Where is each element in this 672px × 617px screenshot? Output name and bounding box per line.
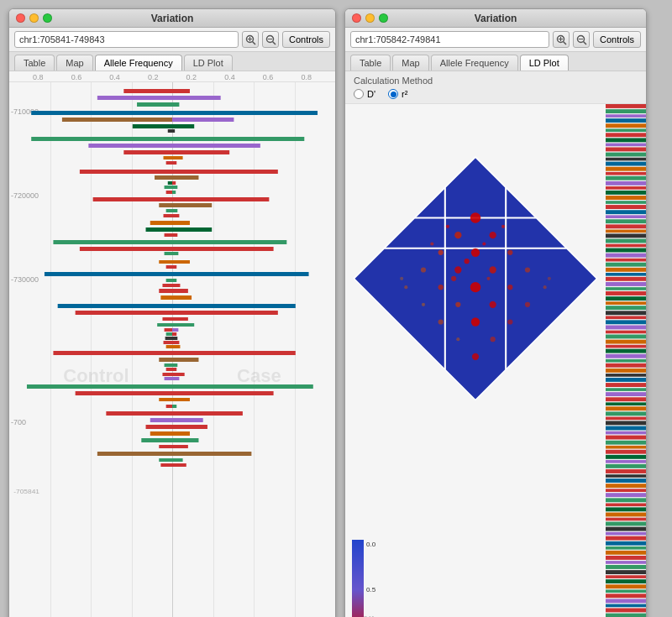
location-field-a[interactable] (14, 31, 239, 48)
window-title-a: Variation (151, 13, 194, 24)
svg-rect-89 (164, 341, 172, 344)
tabs-b: Table Map Allele Frequency LD Plot (345, 52, 646, 71)
svg-text:0.0: 0.0 (366, 541, 376, 548)
svg-rect-33 (155, 175, 172, 180)
svg-point-176 (451, 276, 456, 281)
svg-rect-284 (606, 575, 646, 578)
radio-dprime[interactable]: D' (354, 89, 375, 99)
maximize-button-b[interactable] (379, 13, 388, 23)
svg-point-156 (438, 285, 444, 290)
svg-rect-269 (606, 503, 646, 506)
svg-rect-182 (352, 540, 364, 617)
tab-table-b[interactable]: Table (350, 55, 391, 71)
svg-rect-226 (606, 296, 646, 301)
svg-rect-7 (123, 89, 172, 93)
svg-rect-249 (606, 406, 646, 410)
tab-ld-plot-a[interactable]: LD Plot (184, 55, 233, 71)
svg-rect-115 (150, 418, 172, 422)
panel-a: Variation Controls Table Map Allele Freq… (8, 8, 336, 617)
close-button-a[interactable] (16, 13, 25, 23)
minimize-button-b[interactable] (365, 13, 375, 23)
svg-point-167 (456, 337, 459, 341)
svg-text:0.5: 0.5 (366, 586, 376, 593)
zoom-out-b[interactable] (573, 31, 590, 48)
svg-rect-277 (606, 541, 646, 546)
svg-rect-32 (172, 170, 278, 174)
svg-rect-239 (606, 359, 646, 363)
svg-point-169 (472, 353, 479, 360)
svg-rect-11 (137, 102, 172, 107)
svg-rect-270 (606, 507, 646, 511)
svg-rect-274 (606, 527, 646, 531)
svg-rect-105 (27, 384, 172, 389)
close-button-b[interactable] (352, 13, 361, 23)
svg-rect-212 (606, 230, 646, 233)
radio-rsquared[interactable]: r² (388, 89, 407, 99)
svg-rect-100 (172, 368, 176, 371)
minimize-button-a[interactable] (29, 13, 39, 23)
svg-rect-267 (606, 493, 646, 497)
svg-rect-23 (88, 144, 172, 148)
svg-point-163 (525, 302, 530, 307)
tab-allele-freq-a[interactable]: Allele Frequency (95, 55, 182, 71)
svg-rect-97 (165, 363, 172, 367)
svg-rect-58 (172, 247, 274, 251)
tab-map-b[interactable]: Map (392, 55, 428, 71)
svg-rect-218 (606, 259, 646, 262)
zoom-in-a[interactable] (242, 31, 259, 48)
svg-point-153 (490, 266, 496, 273)
svg-rect-96 (172, 358, 198, 362)
svg-rect-123 (159, 445, 172, 448)
svg-point-149 (471, 248, 480, 257)
svg-rect-261 (606, 464, 646, 468)
location-field-b[interactable] (350, 31, 549, 48)
svg-point-172 (430, 242, 433, 245)
maximize-button-a[interactable] (43, 13, 52, 23)
zoom-in-b[interactable] (553, 31, 570, 48)
svg-rect-108 (172, 391, 274, 395)
allele-freq-panel: 0.8 0.6 0.4 0.2 0.2 0.4 0.6 0.8 Control … (9, 71, 335, 617)
svg-rect-83 (165, 328, 172, 332)
svg-rect-217 (606, 254, 646, 258)
svg-rect-24 (172, 144, 260, 148)
svg-rect-211 (606, 224, 646, 228)
toolbar-a: Controls (9, 28, 335, 52)
svg-point-154 (525, 267, 530, 272)
svg-rect-76 (172, 304, 296, 308)
tab-ld-plot-b[interactable]: LD Plot (520, 55, 569, 71)
window-title-b: Variation (475, 13, 517, 24)
svg-rect-215 (606, 244, 646, 248)
svg-rect-103 (165, 377, 172, 380)
radio-dprime-circle[interactable] (354, 89, 364, 99)
svg-rect-68 (172, 279, 176, 282)
tab-allele-freq-b[interactable]: Allele Frequency (431, 55, 518, 71)
svg-rect-262 (606, 469, 646, 473)
svg-rect-22 (172, 137, 304, 141)
svg-rect-25 (123, 150, 172, 154)
svg-point-158 (507, 285, 512, 290)
allele-freq-plot: Control Case -710000 -720000 -730000 -70… (9, 82, 335, 617)
svg-rect-56 (172, 240, 286, 244)
tab-map-a[interactable]: Map (56, 55, 92, 71)
svg-rect-90 (172, 341, 179, 344)
svg-rect-42 (172, 197, 269, 201)
controls-button-a[interactable]: Controls (282, 31, 330, 48)
tab-table-a[interactable]: Table (14, 55, 55, 71)
svg-rect-51 (146, 227, 172, 232)
svg-rect-44 (172, 203, 212, 207)
svg-rect-266 (606, 489, 646, 492)
svg-rect-50 (172, 221, 190, 225)
svg-rect-221 (606, 273, 646, 276)
svg-rect-219 (606, 263, 646, 267)
svg-rect-107 (76, 391, 172, 395)
color-legend: 0.0 0.5 1.0 (352, 540, 377, 617)
svg-rect-259 (606, 455, 646, 459)
traffic-lights-a (16, 13, 52, 23)
ld-plot-area: -705841 0.0 0.5 (345, 104, 646, 617)
radio-rsquared-circle[interactable] (388, 89, 398, 99)
controls-button-b[interactable]: Controls (593, 31, 641, 48)
svg-point-170 (446, 225, 449, 228)
svg-rect-104 (172, 377, 179, 380)
zoom-out-a[interactable] (262, 31, 279, 48)
svg-rect-264 (606, 478, 646, 483)
